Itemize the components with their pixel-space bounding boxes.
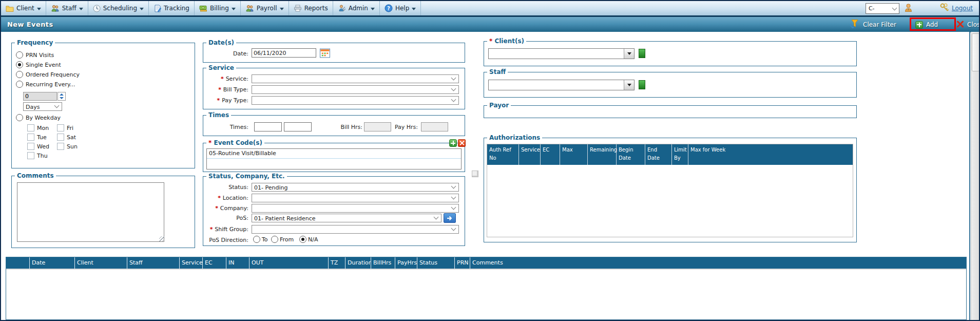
vertical-scrollbar[interactable] bbox=[971, 32, 979, 321]
required-marker bbox=[217, 97, 222, 104]
radio-icon[interactable] bbox=[16, 51, 23, 59]
location-select[interactable] bbox=[252, 194, 459, 202]
pay-hrs-label: Pay Hrs: bbox=[373, 124, 418, 130]
radio-ordered-frequency[interactable]: Ordered Frequency bbox=[16, 71, 80, 78]
menu-scheduling[interactable]: Scheduling bbox=[88, 1, 149, 15]
pos-select[interactable]: 01- Patient Residence bbox=[252, 214, 441, 222]
menu-payroll[interactable]: Payroll bbox=[241, 1, 289, 15]
radio-icon[interactable] bbox=[16, 61, 23, 68]
service-select[interactable] bbox=[252, 74, 459, 83]
staff-combobox[interactable] bbox=[488, 80, 635, 90]
chevron-down-icon bbox=[451, 205, 456, 210]
date-input[interactable] bbox=[252, 48, 316, 58]
clear-filter-button[interactable]: Clear Filter bbox=[849, 17, 896, 32]
checkbox-icon[interactable] bbox=[27, 152, 34, 159]
logout-label[interactable]: Logout bbox=[952, 5, 973, 12]
staff-combobox-value bbox=[489, 80, 624, 90]
bill-type-select[interactable] bbox=[252, 85, 459, 94]
logout-link[interactable]: Logout bbox=[939, 3, 973, 13]
radio-pos-na[interactable]: N/A bbox=[299, 236, 318, 243]
checkbox-sun[interactable]: Sun bbox=[57, 143, 78, 150]
column-header: PayHrs bbox=[395, 257, 417, 269]
radio-recurring-every[interactable]: Recurring Every... bbox=[16, 81, 75, 88]
checkbox-wed[interactable]: Wed bbox=[27, 143, 49, 150]
frequency-fieldset: Frequency PRN Visits Single Event Ordere… bbox=[11, 43, 195, 168]
menu-label: Reports bbox=[304, 5, 328, 12]
checkbox-icon[interactable] bbox=[27, 124, 34, 131]
calendar-button[interactable] bbox=[319, 48, 331, 58]
menu-staff[interactable]: Staff bbox=[46, 1, 88, 15]
chevron-down-icon bbox=[412, 8, 416, 10]
radio-icon[interactable] bbox=[271, 236, 278, 243]
column-header: IN bbox=[226, 257, 249, 269]
checkbox-thu[interactable]: Thu bbox=[27, 152, 48, 159]
payor-fieldset: Payor bbox=[484, 105, 857, 118]
radio-pos-from[interactable]: From bbox=[271, 236, 294, 243]
radio-prn-visits[interactable]: PRN Visits bbox=[16, 51, 54, 59]
pos-go-button[interactable] bbox=[444, 213, 456, 223]
column-header: Client bbox=[74, 257, 127, 269]
company-select[interactable]: C- bbox=[866, 3, 899, 14]
client-combobox[interactable] bbox=[488, 48, 635, 59]
time-out-input[interactable] bbox=[284, 122, 312, 131]
spin-up-icon[interactable] bbox=[60, 93, 64, 96]
radio-label: From bbox=[280, 236, 294, 243]
menu-admin[interactable]: Admin bbox=[333, 1, 380, 15]
checkbox-sat[interactable]: Sat bbox=[57, 134, 76, 141]
bill-type-label: Bill Type: bbox=[203, 86, 248, 93]
recurring-interval-stepper[interactable] bbox=[57, 92, 66, 101]
recurring-interval-input[interactable] bbox=[23, 92, 57, 101]
menu-billing[interactable]: Billing bbox=[195, 1, 241, 15]
radio-label: Recurring Every... bbox=[26, 81, 75, 88]
staff-indicator-button[interactable] bbox=[639, 80, 645, 89]
radio-single-event[interactable]: Single Event bbox=[16, 61, 61, 68]
service-legend: Service bbox=[206, 64, 236, 71]
column-header: Max for Week bbox=[688, 144, 727, 165]
radio-by-weekday[interactable]: By Weekday bbox=[16, 114, 61, 121]
dropdown-button[interactable] bbox=[624, 80, 634, 90]
company-select-field[interactable] bbox=[252, 204, 459, 213]
checkbox-icon[interactable] bbox=[27, 134, 34, 141]
column-header: Service bbox=[519, 144, 541, 165]
scrollbar-thumb[interactable] bbox=[972, 33, 979, 71]
client-indicator-button[interactable] bbox=[639, 49, 645, 58]
checkbox-icon[interactable] bbox=[27, 143, 34, 150]
radio-icon[interactable] bbox=[16, 71, 23, 78]
radio-icon[interactable] bbox=[253, 236, 260, 243]
spin-down-icon[interactable] bbox=[60, 97, 64, 99]
chevron-down-icon bbox=[451, 184, 456, 189]
menu-tracking[interactable]: Tracking bbox=[149, 1, 195, 15]
close-button[interactable]: Close bbox=[956, 17, 980, 32]
authorizations-table: Auth Ref No Service EC Max Remaining Beg… bbox=[487, 144, 853, 237]
clients-legend: Client(s) bbox=[487, 37, 526, 45]
pay-type-select[interactable] bbox=[252, 96, 459, 105]
resize-handle[interactable] bbox=[472, 171, 478, 177]
comments-textarea[interactable] bbox=[17, 182, 164, 242]
close-x-icon bbox=[956, 21, 964, 29]
close-label: Close bbox=[967, 21, 980, 28]
menu-label: Payroll bbox=[257, 5, 277, 12]
time-in-input[interactable] bbox=[254, 122, 282, 131]
shift-group-select[interactable] bbox=[252, 225, 459, 234]
radio-pos-to[interactable]: To bbox=[253, 236, 268, 243]
menu-client[interactable]: Client bbox=[1, 1, 46, 15]
checkbox-icon[interactable] bbox=[57, 134, 64, 141]
event-code-delete-button[interactable] bbox=[458, 139, 466, 147]
radio-icon[interactable] bbox=[299, 236, 306, 243]
keys-icon bbox=[939, 3, 950, 13]
menu-reports[interactable]: Reports bbox=[289, 1, 333, 15]
menu-help[interactable]: ? Help bbox=[380, 1, 421, 15]
radio-icon[interactable] bbox=[16, 81, 23, 88]
checkbox-mon[interactable]: Mon bbox=[27, 124, 49, 131]
checkbox-tue[interactable]: Tue bbox=[27, 134, 47, 141]
status-select[interactable]: 01- Pending bbox=[252, 183, 459, 192]
recurring-unit-select[interactable]: Days bbox=[23, 102, 62, 111]
dropdown-button[interactable] bbox=[624, 49, 634, 59]
event-codes-listbox[interactable]: 05-Routine Visit/Billable bbox=[206, 148, 462, 169]
checkbox-icon[interactable] bbox=[57, 143, 64, 150]
event-code-item[interactable]: 05-Routine Visit/Billable bbox=[207, 149, 461, 159]
checkbox-fri[interactable]: Fri bbox=[57, 124, 73, 131]
checkbox-icon[interactable] bbox=[57, 124, 64, 131]
event-code-add-button[interactable] bbox=[449, 139, 457, 147]
radio-icon[interactable] bbox=[16, 114, 23, 121]
